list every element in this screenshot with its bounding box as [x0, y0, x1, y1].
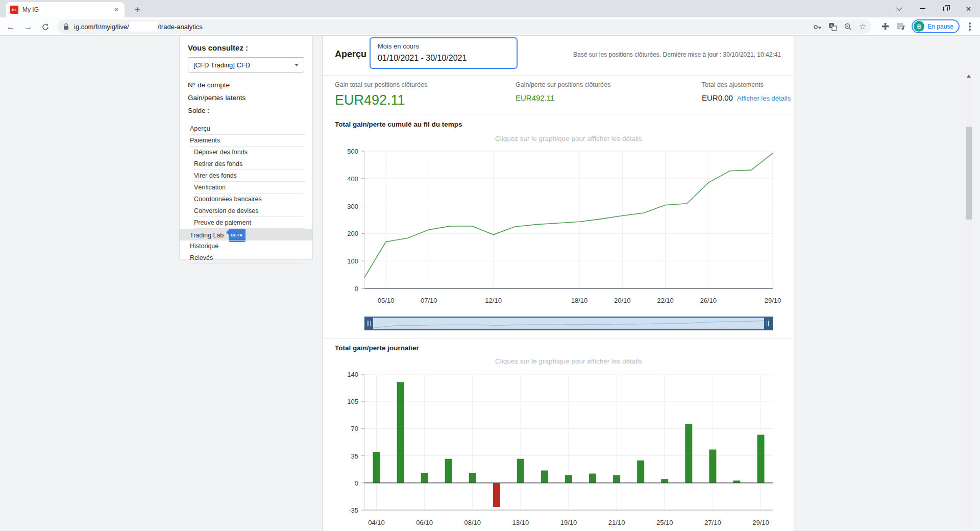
period-label: Mois en cours: [378, 42, 509, 50]
sidebar-item-preuve[interactable]: Preuve de paiement: [180, 217, 312, 229]
scrollbar-thumb[interactable]: [966, 127, 972, 220]
period-selector[interactable]: Mois en cours 01/10/2021 - 30/10/2021: [370, 37, 518, 69]
ig-favicon: IG: [10, 6, 18, 14]
adjustments-value: EUR0.00Afficher les détails: [702, 93, 791, 102]
sidebar-item-deposer[interactable]: Déposer des fonds: [180, 147, 312, 158]
browser-menu-icon[interactable]: [969, 26, 971, 28]
slider-sparkline: [364, 318, 773, 329]
page-title: Aperçu: [335, 49, 366, 60]
close-icon: ×: [966, 5, 971, 13]
slider-right-handle[interactable]: [764, 317, 773, 330]
browser-toolbar: ← → ig.com/fr/myig/live//trade-analytics…: [0, 17, 980, 36]
svg-text:0: 0: [355, 285, 358, 293]
svg-text:07/10: 07/10: [421, 297, 437, 304]
line-chart-title: Total gain/perte cumulé au fil du temps: [335, 120, 462, 128]
url-redaction: [129, 21, 158, 32]
closed-pl-value: EUR492.11: [516, 93, 610, 102]
svg-text:26/10: 26/10: [700, 297, 717, 304]
daily-pl-bar-chart[interactable]: 04/1006/1008/1013/1019/1021/1025/1027/10…: [323, 368, 795, 531]
sidebar-item-virer[interactable]: Virer des fonds: [180, 170, 312, 182]
sidebar-item-trading-lab[interactable]: Trading LabBETA: [180, 229, 312, 240]
window-restore-button[interactable]: [934, 0, 957, 17]
svg-text:21/10: 21/10: [608, 519, 625, 526]
svg-text:105: 105: [347, 398, 358, 405]
svg-text:500: 500: [347, 148, 358, 155]
svg-text:20/10: 20/10: [614, 297, 631, 304]
range-slider[interactable]: [364, 317, 773, 330]
url-suffix: /trade-analytics: [158, 23, 203, 31]
address-bar[interactable]: ig.com/fr/myig/live//trade-analytics A ☆: [57, 19, 871, 34]
page-scrollbar[interactable]: [965, 71, 972, 531]
window-close-button[interactable]: ×: [957, 0, 980, 17]
svg-text:100: 100: [347, 257, 358, 265]
grip-icon: [369, 321, 369, 326]
sidebar-item-retirer[interactable]: Retirer des fonds: [180, 158, 312, 170]
total-gain-value: EUR492.11: [335, 92, 427, 108]
svg-text:19/10: 19/10: [560, 519, 577, 526]
account-select[interactable]: [CFD Trading] CFD: [188, 57, 304, 73]
account-sidebar: Vous consultez : [CFD Trading] CFD N° de…: [179, 36, 313, 259]
line-chart-subtitle: Cliquez sur le graphique pour afficher l…: [364, 135, 773, 142]
last-updated-note: Basé sur les positions clôturées. Derniè…: [573, 51, 781, 58]
svg-text:08/10: 08/10: [464, 519, 481, 526]
grip-icon: [768, 321, 769, 326]
bookmark-star-icon[interactable]: ☆: [859, 22, 866, 31]
back-button[interactable]: ←: [4, 20, 17, 34]
reload-icon: [41, 23, 50, 31]
trade-analytics-panel: Aperçu Mois en cours 01/10/2021 - 30/10/…: [322, 36, 794, 531]
svg-text:13/10: 13/10: [512, 519, 529, 526]
svg-text:400: 400: [347, 175, 358, 183]
reload-button[interactable]: [39, 20, 52, 34]
tab-strip: IG My IG × + ×: [0, 0, 980, 17]
window-minimize-button[interactable]: [911, 0, 934, 17]
page-background: Vous consultez : [CFD Trading] CFD N° de…: [0, 36, 972, 531]
sidebar-item-releves[interactable]: Relevés: [180, 252, 312, 264]
stat-closed-pl: Gain/perte sur positions clôturées EUR49…: [516, 81, 610, 102]
zoom-out-icon[interactable]: [844, 22, 852, 31]
sidebar-item-coordonnees[interactable]: Coordonnées bancaires: [180, 194, 312, 205]
window-menu-button[interactable]: [888, 0, 911, 17]
slider-left-handle[interactable]: [364, 317, 373, 330]
divider: [323, 75, 795, 76]
forward-button[interactable]: →: [21, 20, 35, 34]
browser-tab[interactable]: IG My IG ×: [6, 2, 125, 17]
sidebar-item-conversion[interactable]: Conversion de devises: [180, 205, 312, 217]
scroll-up-arrow[interactable]: [967, 75, 971, 78]
svg-text:22/10: 22/10: [657, 297, 674, 304]
new-tab-button[interactable]: +: [131, 3, 144, 16]
extensions-puzzle-icon[interactable]: [881, 22, 890, 31]
svg-text:27/10: 27/10: [704, 519, 721, 526]
show-details-link[interactable]: Afficher les détails: [737, 94, 791, 102]
sidebar-item-verification[interactable]: Vérification: [180, 182, 312, 194]
unrealised-pl-row: Gain/pertes latents: [188, 91, 304, 104]
sidebar-heading: Vous consultez :: [188, 43, 304, 52]
svg-text:04/10: 04/10: [368, 519, 385, 526]
svg-text:25/10: 25/10: [656, 519, 673, 526]
caret-down-icon: [295, 64, 299, 66]
svg-text:300: 300: [347, 203, 358, 210]
account-number-row: N° de compte: [188, 79, 304, 91]
password-key-icon[interactable]: [813, 22, 822, 31]
cumulative-pl-line-chart[interactable]: 05/1007/1012/1018/1020/1022/1026/1029/10…: [323, 146, 795, 312]
sidebar-item-historique[interactable]: Historique: [180, 240, 312, 252]
sidebar-item-apercu[interactable]: Aperçu: [180, 123, 312, 135]
sidebar-item-paiements[interactable]: Paiements: [180, 135, 312, 147]
svg-text:29/10: 29/10: [765, 297, 781, 304]
profile-chip[interactable]: B En pause: [912, 19, 960, 33]
tab-close-icon[interactable]: ×: [112, 6, 120, 14]
stat-adjustments: Total des ajustements EUR0.00Afficher le…: [702, 81, 791, 102]
divider: [323, 338, 795, 339]
svg-text:12/10: 12/10: [485, 297, 502, 304]
lock-icon: [63, 23, 69, 30]
minimize-icon: [920, 8, 925, 9]
account-select-value: [CFD Trading] CFD: [193, 61, 250, 69]
sidebar-menu: Aperçu Paiements Déposer des fonds Retir…: [180, 123, 312, 264]
sync-pause-label: En pause: [927, 23, 953, 30]
tab-title: My IG: [22, 6, 112, 13]
svg-text:05/10: 05/10: [378, 297, 395, 304]
svg-text:18/10: 18/10: [571, 297, 588, 304]
media-controls-icon[interactable]: [896, 22, 905, 31]
translate-icon[interactable]: A: [828, 22, 837, 31]
svg-text:70: 70: [351, 425, 358, 432]
balance-row: Solde :: [188, 104, 304, 117]
